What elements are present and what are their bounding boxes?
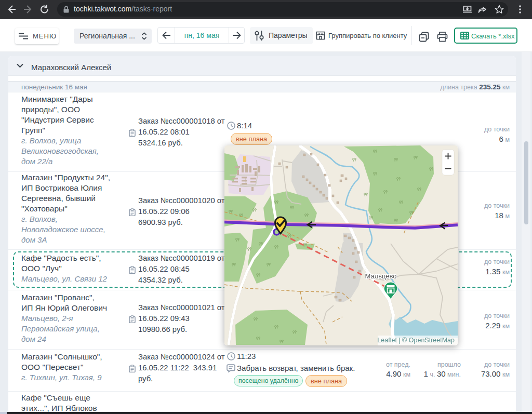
svg-text:Leaflet | © OpenStreetMap: Leaflet | © OpenStreetMap (377, 337, 455, 344)
svg-text:Мальцево: Мальцево (365, 272, 396, 280)
